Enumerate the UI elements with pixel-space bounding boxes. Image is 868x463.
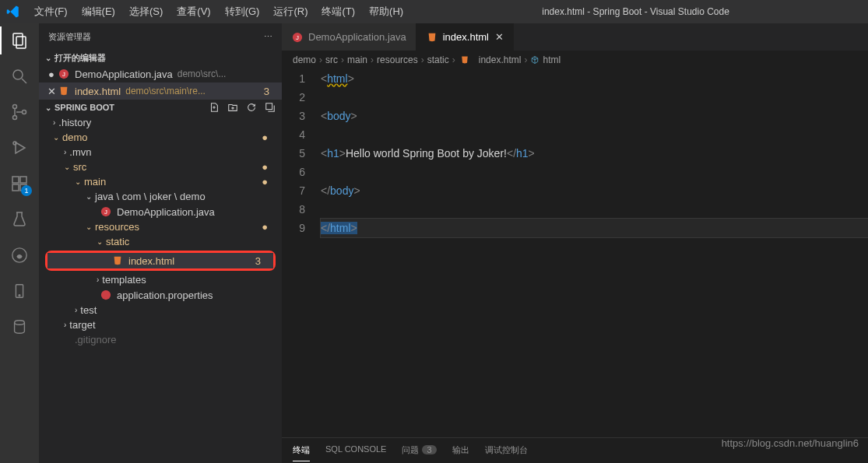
svg-point-22	[101, 290, 111, 300]
props-icon	[100, 289, 112, 301]
source-control-icon[interactable]	[9, 101, 30, 123]
open-editor-item[interactable]: ● J DemoApplication.java demo\src\...	[39, 65, 282, 82]
svg-point-5	[13, 116, 17, 120]
html-icon	[58, 85, 70, 97]
java-icon: J	[100, 205, 112, 218]
svg-line-3	[22, 79, 26, 83]
sql-tab[interactable]: SQL CONSOLE	[325, 440, 386, 461]
svg-rect-1	[16, 37, 26, 48]
svg-rect-19	[266, 103, 272, 110]
tree-folder[interactable]: › .history	[39, 115, 282, 130]
refresh-icon[interactable]	[246, 102, 257, 113]
tree-file[interactable]: .gitignore	[39, 332, 282, 347]
svg-marker-7	[16, 142, 25, 153]
svg-point-2	[13, 70, 23, 79]
editor-area: J DemoApplication.java index.html ✕ demo…	[282, 23, 868, 463]
chevron-right-icon: ›	[97, 275, 99, 284]
html-icon	[459, 54, 471, 66]
chevron-right-icon: ›	[75, 306, 77, 314]
collapse-icon[interactable]	[265, 102, 276, 113]
debug-tab[interactable]: 调试控制台	[485, 440, 528, 461]
tree-file-index-html[interactable]: index.html 3	[47, 253, 273, 268]
tree-folder[interactable]: › target	[39, 317, 282, 332]
new-file-icon[interactable]	[209, 102, 220, 113]
spring-icon[interactable]	[9, 244, 30, 266]
terminal-tab[interactable]: 终端	[293, 440, 310, 461]
menu-goto[interactable]: 转到(G)	[219, 2, 266, 22]
svg-text:J: J	[62, 71, 65, 78]
tree-folder[interactable]: ⌄ resources●	[39, 219, 282, 234]
code-content[interactable]: <html> <body> <h1>Hello world Spring Boo…	[321, 69, 868, 437]
breadcrumb[interactable]: demo› src› main› resources› static› inde…	[282, 51, 868, 69]
chevron-down-icon: ⌄	[86, 223, 92, 231]
tree-folder[interactable]: ⌄ demo●	[39, 130, 282, 145]
menu-file[interactable]: 文件(F)	[28, 2, 74, 22]
tab-demo-application[interactable]: J DemoApplication.java	[282, 23, 416, 51]
tree-folder[interactable]: ⌄ main●	[39, 174, 282, 189]
test-icon[interactable]	[9, 209, 30, 230]
chevron-down-icon: ⌄	[45, 54, 51, 62]
tree-file[interactable]: application.properties	[39, 287, 282, 303]
editor-tabs: J DemoApplication.java index.html ✕	[282, 23, 868, 51]
svg-rect-11	[12, 184, 19, 191]
tree-folder[interactable]: › templates	[39, 272, 282, 287]
chevron-down-icon: ⌄	[53, 133, 59, 142]
extensions-icon[interactable]: 1	[9, 173, 30, 195]
project-header[interactable]: ⌄ SPRING BOOT	[39, 100, 282, 115]
svg-point-8	[13, 142, 16, 145]
tree-folder[interactable]: ⌄ src●	[39, 160, 282, 174]
html-icon	[111, 254, 124, 267]
menu-edit[interactable]: 编辑(E)	[76, 2, 121, 22]
watermark: https://blog.csdn.net/huanglin6	[722, 437, 859, 449]
output-tab[interactable]: 输出	[452, 440, 469, 461]
chevron-down-icon: ⌄	[86, 192, 92, 201]
menu-terminal[interactable]: 终端(T)	[315, 2, 361, 22]
explorer-icon[interactable]	[9, 30, 30, 51]
tree-folder[interactable]: › test	[39, 303, 282, 317]
menu-select[interactable]: 选择(S)	[123, 2, 169, 22]
title-bar: 文件(F) 编辑(E) 选择(S) 查看(V) 转到(G) 运行(R) 终端(T…	[0, 0, 868, 23]
menu-bar: 文件(F) 编辑(E) 选择(S) 查看(V) 转到(G) 运行(R) 终端(T…	[28, 2, 409, 22]
unsaved-dot-icon[interactable]: ●	[45, 68, 58, 80]
open-editors-header[interactable]: ⌄ 打开的编辑器	[39, 51, 282, 65]
extensions-badge: 1	[21, 185, 32, 196]
svg-point-16	[15, 321, 25, 325]
java-icon: J	[291, 31, 304, 44]
code-editor[interactable]: 123 456 789 <html> <body> <h1>Hello worl…	[282, 69, 868, 437]
device-icon[interactable]	[9, 280, 30, 302]
chevron-right-icon: ›	[53, 118, 55, 127]
svg-rect-9	[12, 177, 19, 183]
search-icon[interactable]	[9, 65, 30, 87]
menu-run[interactable]: 运行(R)	[267, 2, 314, 22]
svg-text:J: J	[296, 33, 299, 40]
svg-point-4	[13, 105, 17, 109]
tree-folder[interactable]: › .mvn	[39, 145, 282, 160]
open-editor-item[interactable]: ✕ index.html demo\src\main\re... 3	[39, 82, 282, 100]
tree-folder[interactable]: ⌄ static	[39, 234, 282, 249]
modified-dot-icon: ●	[262, 132, 276, 143]
more-icon[interactable]: ⋯	[264, 32, 272, 42]
tree-folder[interactable]: ⌄ java \ com \ joker \ demo	[39, 189, 282, 204]
svg-rect-10	[20, 177, 26, 183]
chevron-down-icon: ⌄	[64, 163, 70, 171]
menu-help[interactable]: 帮助(H)	[363, 2, 409, 22]
problems-tab[interactable]: 问题3	[402, 440, 436, 461]
debug-icon[interactable]	[9, 137, 30, 159]
new-folder-icon[interactable]	[227, 102, 238, 113]
chevron-down-icon: ⌄	[45, 103, 51, 112]
sidebar-title: 资源管理器	[48, 31, 91, 43]
close-icon[interactable]: ✕	[495, 31, 504, 43]
database-icon[interactable]	[9, 316, 30, 338]
close-icon[interactable]: ✕	[45, 86, 58, 97]
line-numbers: 123 456 789	[282, 69, 321, 437]
tab-index-html[interactable]: index.html ✕	[416, 23, 514, 51]
svg-text:J: J	[104, 209, 107, 216]
menu-view[interactable]: 查看(V)	[170, 2, 216, 22]
chevron-down-icon: ⌄	[75, 177, 81, 186]
svg-point-6	[23, 110, 26, 114]
modified-dot-icon: ●	[262, 176, 276, 188]
vscode-logo-icon	[6, 5, 20, 19]
chevron-right-icon: ›	[64, 148, 66, 156]
java-icon: J	[58, 68, 70, 80]
tree-file[interactable]: JDemoApplication.java	[39, 204, 282, 219]
